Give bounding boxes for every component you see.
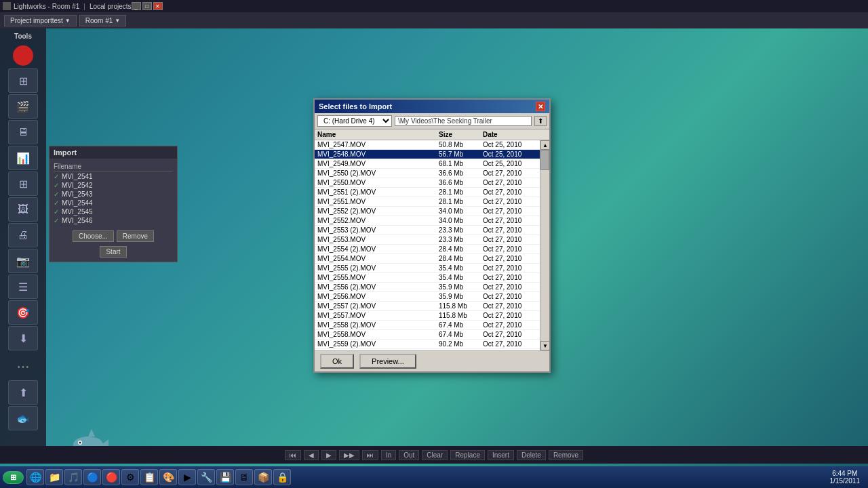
file-date: Oct 27, 2010: [483, 217, 537, 224]
file-row[interactable]: MVI_2548.MOV 56.7 Mb Oct 25, 2010: [315, 150, 540, 159]
sidebar-item-print[interactable]: 🖨: [8, 223, 38, 247]
maximize-btn[interactable]: □: [142, 2, 152, 10]
file-row[interactable]: MVI_2553 (2).MOV 23.3 Mb Oct 27, 2010: [315, 226, 540, 235]
remove-transport-btn[interactable]: Remove: [549, 450, 583, 460]
import-filename: MVI_2542: [62, 182, 93, 189]
file-row[interactable]: MVI_2558.MOV 67.4 Mb Oct 27, 2010: [315, 330, 540, 340]
import-row-2541: ✓ MVI_2541: [54, 172, 173, 181]
file-row[interactable]: MVI_2551 (2).MOV 28.1 Mb Oct 27, 2010: [315, 188, 540, 197]
file-row[interactable]: MVI_2550.MOV 36.6 Mb Oct 27, 2010: [315, 178, 540, 188]
skip-end-btn[interactable]: ⏭: [362, 450, 378, 460]
sidebar-item-fish[interactable]: 🐟: [8, 406, 38, 430]
taskbar-app10[interactable]: 💾: [216, 469, 234, 485]
file-row[interactable]: MVI_2559.MOV 90.2 Mb Oct 27, 2010: [315, 349, 540, 350]
sidebar-item-bars[interactable]: ☰: [8, 274, 38, 299]
file-row[interactable]: MVI_2558 (2).MOV 67.4 Mb Oct 27, 2010: [315, 321, 540, 330]
scrollbar-down-btn[interactable]: ▼: [540, 341, 549, 350]
play-btn[interactable]: ▶: [321, 450, 336, 460]
taskbar-explorer[interactable]: 📁: [45, 469, 63, 485]
file-row[interactable]: MVI_2553.MOV 23.3 Mb Oct 27, 2010: [315, 235, 540, 245]
file-row[interactable]: MVI_2556.MOV 35.9 Mb Oct 27, 2010: [315, 292, 540, 302]
file-name: MVI_2554 (2).MOV: [317, 245, 439, 253]
file-row[interactable]: MVI_2557.MOV 115.8 Mb Oct 27, 2010: [315, 311, 540, 321]
start-button[interactable]: Start: [100, 246, 126, 258]
file-row[interactable]: MVI_2552 (2).MOV 34.0 Mb Oct 27, 2010: [315, 207, 540, 216]
file-name: MVI_2551 (2).MOV: [317, 188, 439, 196]
skip-start-btn[interactable]: ⏮: [285, 450, 301, 460]
drive-select[interactable]: C: (Hard Drive 4): [317, 115, 392, 127]
project-dropdown[interactable]: Project importtest ▼: [4, 15, 77, 26]
ok-button[interactable]: Ok: [320, 354, 354, 369]
rewind-btn[interactable]: ◀: [304, 450, 319, 460]
taskbar-app13[interactable]: 🔒: [273, 469, 291, 485]
taskbar-app4[interactable]: 🔴: [102, 469, 120, 485]
file-row[interactable]: MVI_2556 (2).MOV 35.9 Mb Oct 27, 2010: [315, 283, 540, 292]
up-button[interactable]: ⬆: [534, 116, 547, 126]
sidebar-item-grid[interactable]: ⊞: [8, 68, 38, 93]
minimize-btn[interactable]: _: [132, 2, 141, 10]
close-btn[interactable]: ✕: [153, 2, 163, 10]
file-size: 67.4 Mb: [439, 331, 483, 338]
in-btn[interactable]: In: [381, 450, 396, 460]
replace-btn[interactable]: Replace: [450, 450, 485, 460]
file-size: 34.0 Mb: [439, 217, 483, 224]
remove-button[interactable]: Remove: [117, 230, 154, 242]
top-toolbar: Project importtest ▼ Room #1 ▼: [0, 12, 868, 28]
start-button[interactable]: ⊞: [3, 471, 24, 484]
file-row[interactable]: MVI_2554 (2).MOV 28.4 Mb Oct 27, 2010: [315, 245, 540, 254]
taskbar-app6[interactable]: 📋: [140, 469, 158, 485]
file-row[interactable]: MVI_2551.MOV 28.1 Mb Oct 27, 2010: [315, 197, 540, 207]
out-btn[interactable]: Out: [399, 450, 419, 460]
file-row[interactable]: MVI_2552.MOV 34.0 Mb Oct 27, 2010: [315, 216, 540, 226]
taskbar-media[interactable]: 🎵: [64, 469, 82, 485]
sidebar-item-target[interactable]: 🎯: [8, 300, 38, 325]
file-row[interactable]: MVI_2559 (2).MOV 90.2 Mb Oct 27, 2010: [315, 340, 540, 349]
preview-button[interactable]: Preview...: [359, 354, 416, 369]
taskbar-app8[interactable]: ▶: [178, 469, 196, 485]
file-size: 35.9 Mb: [439, 293, 483, 300]
sidebar-item-camera[interactable]: 📷: [8, 249, 38, 273]
file-row[interactable]: MVI_2547.MOV 50.8 Mb Oct 25, 2010: [315, 140, 540, 150]
taskbar-ie[interactable]: 🌐: [26, 469, 44, 485]
sidebar-item-chart[interactable]: 📊: [8, 146, 38, 170]
camera-icon: 📷: [16, 255, 30, 268]
scrollbar-thumb[interactable]: [540, 150, 549, 170]
image-icon: 🖼: [18, 203, 28, 216]
sidebar-item-film[interactable]: 🎬: [8, 94, 38, 119]
sidebar-item-download[interactable]: ⬇: [8, 326, 38, 350]
taskbar-app12[interactable]: 📦: [254, 469, 272, 485]
file-size: 35.4 Mb: [439, 274, 483, 281]
taskbar-app11[interactable]: 🖥: [235, 469, 253, 485]
taskbar-app5[interactable]: ⚙: [121, 469, 139, 485]
file-row[interactable]: MVI_2557 (2).MOV 115.8 Mb Oct 27, 2010: [315, 302, 540, 311]
sidebar-item-apps[interactable]: ⊞: [8, 171, 38, 196]
record-button[interactable]: [13, 45, 33, 66]
room-dropdown[interactable]: Room #1 ▼: [79, 15, 127, 26]
file-row[interactable]: MVI_2550 (2).MOV 36.6 Mb Oct 27, 2010: [315, 169, 540, 178]
file-row[interactable]: MVI_2555 (2).MOV 35.4 Mb Oct 27, 2010: [315, 264, 540, 273]
taskbar-app9[interactable]: 🔧: [197, 469, 215, 485]
film-icon: 🎬: [16, 100, 30, 113]
taskbar-app7[interactable]: 🎨: [159, 469, 177, 485]
insert-btn[interactable]: Insert: [488, 450, 514, 460]
scrollbar[interactable]: ▲ ▼: [540, 140, 549, 350]
file-row[interactable]: MVI_2554.MOV 28.4 Mb Oct 27, 2010: [315, 254, 540, 264]
scrollbar-up-btn[interactable]: ▲: [540, 140, 549, 150]
sidebar-item-arrowup[interactable]: ⬆: [8, 380, 38, 405]
file-list: MVI_2547.MOV 50.8 Mb Oct 25, 2010 MVI_25…: [315, 140, 540, 350]
col-date-header: Date: [483, 131, 537, 138]
file-size: 68.1 Mb: [439, 160, 483, 167]
file-date: Oct 27, 2010: [483, 350, 537, 350]
taskbar-app3[interactable]: 🔵: [83, 469, 101, 485]
file-row[interactable]: MVI_2549.MOV 68.1 Mb Oct 25, 2010: [315, 159, 540, 169]
dialog-close-btn[interactable]: ✕: [536, 102, 545, 111]
sidebar-item-image[interactable]: 🖼: [8, 197, 38, 222]
choose-button[interactable]: Choose...: [73, 230, 114, 242]
window-controls[interactable]: _ □ ✕: [132, 2, 163, 10]
fast-forward-btn[interactable]: ▶▶: [339, 450, 359, 460]
file-size: 67.4 Mb: [439, 321, 483, 329]
sidebar-item-monitor[interactable]: 🖥: [8, 120, 38, 144]
file-row[interactable]: MVI_2555.MOV 35.4 Mb Oct 27, 2010: [315, 273, 540, 283]
clear-btn[interactable]: Clear: [422, 450, 448, 460]
delete-btn[interactable]: Delete: [517, 450, 546, 460]
